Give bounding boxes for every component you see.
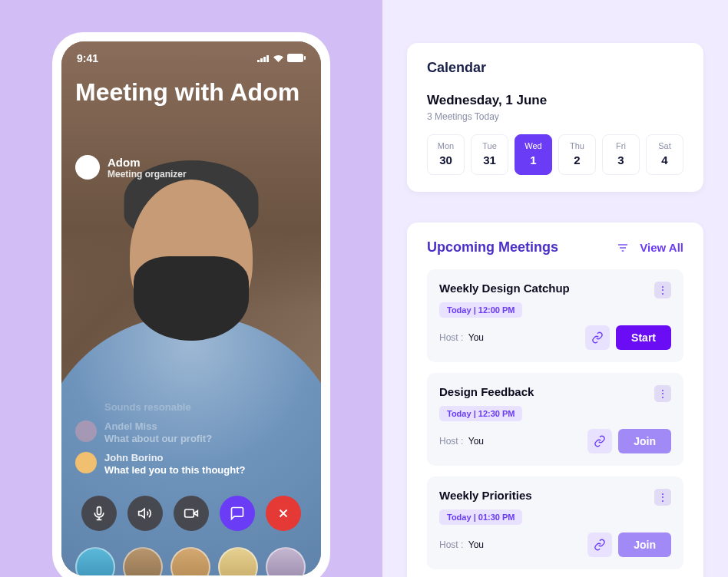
- meeting-time: Today | 01:30 PM: [439, 509, 522, 525]
- svg-rect-0: [257, 60, 260, 62]
- meeting-item: Weekly Priorities ⋮ Today | 01:30 PM Hos…: [427, 476, 683, 569]
- svg-rect-4: [287, 54, 303, 62]
- day-sat[interactable]: Sat4: [646, 134, 683, 175]
- organizer-role: Meeting organizer: [108, 169, 187, 180]
- participant-avatar[interactable]: [123, 547, 163, 575]
- mic-button[interactable]: [81, 496, 117, 531]
- meeting-host: Host : You: [439, 332, 484, 343]
- svg-rect-6: [98, 507, 101, 515]
- more-icon[interactable]: ⋮: [654, 385, 671, 402]
- chat-message: Sounds resonable: [104, 401, 307, 413]
- status-time: 9:41: [77, 52, 98, 64]
- chat-overlay: Sounds resonable Andel Miss What about o…: [75, 401, 307, 476]
- status-bar: 9:41: [61, 52, 321, 64]
- end-call-button[interactable]: [266, 496, 301, 531]
- chat-message: John Borino What led you to this thought…: [75, 452, 307, 476]
- chat-avatar: [75, 420, 97, 442]
- meeting-time: Today | 12:00 PM: [439, 302, 522, 318]
- calendar-days: Mon30 Tue31 Wed1 Thu2 Fri3 Sat4: [427, 134, 683, 175]
- meeting-item: Design Feedback ⋮ Today | 12:30 PM Host …: [427, 373, 683, 466]
- video-button[interactable]: [174, 496, 209, 531]
- start-button[interactable]: Start: [616, 325, 671, 350]
- chat-message: Andel Miss What about our profit?: [75, 420, 307, 444]
- upcoming-card: Upcoming Meetings View All Weekly Design…: [407, 223, 703, 577]
- chat-name: Andel Miss: [104, 420, 212, 432]
- link-icon[interactable]: [585, 325, 610, 350]
- day-tue[interactable]: Tue31: [471, 134, 508, 175]
- link-icon[interactable]: [587, 532, 612, 557]
- meeting-title: Design Feedback: [439, 385, 534, 398]
- meeting-host: Host : You: [439, 436, 484, 447]
- calendar-subtitle: 3 Meetings Today: [427, 111, 683, 122]
- chat-avatar: [75, 452, 97, 473]
- meeting-title: Weekly Priorities: [439, 489, 532, 502]
- chat-name: John Borino: [104, 452, 245, 463]
- organizer: Adom Meeting organizer: [75, 155, 187, 180]
- participant-avatar[interactable]: [75, 547, 115, 575]
- upcoming-title: Upcoming Meetings: [427, 239, 558, 256]
- left-panel: 9:41 Meeting with Adom Adom: [0, 0, 382, 577]
- right-panel: Calendar Wednesday, 1 June 3 Meetings To…: [382, 0, 728, 577]
- meeting-title: Meeting with Adom: [75, 78, 307, 107]
- filter-icon[interactable]: [615, 240, 630, 256]
- wifi-icon: [273, 52, 284, 64]
- day-thu[interactable]: Thu2: [558, 134, 596, 175]
- participant-avatar[interactable]: [266, 547, 306, 575]
- meeting-title: Weekly Design Catchup: [439, 282, 570, 295]
- join-button[interactable]: Join: [618, 429, 671, 453]
- organizer-name: Adom: [108, 156, 187, 169]
- day-wed[interactable]: Wed1: [515, 134, 552, 175]
- meeting-item: Weekly Design Catchup ⋮ Today | 12:00 PM…: [427, 269, 683, 362]
- day-fri[interactable]: Fri3: [602, 134, 640, 175]
- link-icon[interactable]: [587, 429, 612, 453]
- chat-body: What led you to this thought?: [104, 464, 245, 476]
- phone-screen: 9:41 Meeting with Adom Adom: [61, 41, 321, 575]
- day-mon[interactable]: Mon30: [427, 134, 465, 175]
- participants: [75, 547, 307, 575]
- chat-button[interactable]: [220, 496, 255, 531]
- svg-rect-7: [185, 509, 194, 517]
- participant-avatar[interactable]: [170, 547, 210, 575]
- more-icon[interactable]: ⋮: [654, 489, 671, 506]
- meeting-host: Host : You: [439, 539, 484, 550]
- svg-rect-1: [260, 58, 263, 62]
- svg-rect-3: [266, 55, 269, 62]
- participant-avatar[interactable]: [218, 547, 258, 575]
- view-all-link[interactable]: View All: [640, 241, 683, 254]
- meeting-time: Today | 12:30 PM: [439, 406, 522, 421]
- join-button[interactable]: Join: [618, 532, 671, 557]
- speaker-button[interactable]: [127, 496, 163, 531]
- organizer-avatar: [75, 155, 100, 180]
- phone-frame: 9:41 Meeting with Adom Adom: [52, 32, 330, 577]
- battery-icon: [287, 52, 306, 64]
- status-icons: [257, 52, 306, 64]
- calendar-title: Calendar: [427, 60, 683, 76]
- svg-rect-2: [263, 57, 266, 62]
- more-icon[interactable]: ⋮: [654, 282, 671, 298]
- svg-rect-5: [304, 56, 306, 60]
- chat-body: What about our profit?: [104, 433, 212, 444]
- calendar-date: Wednesday, 1 June: [427, 93, 683, 108]
- call-controls: [61, 496, 321, 531]
- signal-icon: [257, 52, 270, 64]
- calendar-card: Calendar Wednesday, 1 June 3 Meetings To…: [407, 43, 703, 192]
